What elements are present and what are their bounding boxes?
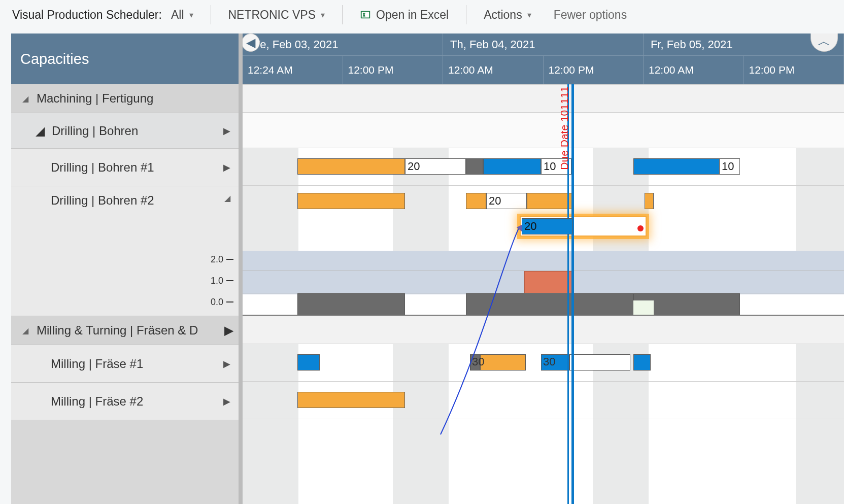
toolbar: Visual Production Scheduler: All ▾ NETRO… xyxy=(0,0,844,33)
hour-header: 12:00 PM xyxy=(744,56,845,84)
task-label: 30 xyxy=(543,355,555,368)
group-label: Milling & Turning | Fräsen & D xyxy=(37,323,217,338)
collapse-icon: ◢ xyxy=(224,193,230,208)
load-bar xyxy=(297,293,405,316)
separator xyxy=(466,5,466,24)
timeline-body: .vline-blue{left:650px;} Due Date 101111… xyxy=(243,84,844,504)
task-bar[interactable] xyxy=(297,193,405,209)
collapse-icon: ◢ xyxy=(36,124,45,138)
open-excel-label: Open in Excel xyxy=(376,8,449,22)
sidebar: Capacities ◢ Machining | Fertigung ◢ Dri… xyxy=(11,33,239,504)
main: Capacities ◢ Machining | Fertigung ◢ Dri… xyxy=(0,33,844,504)
lane-drilling-group xyxy=(243,113,844,148)
product-label: NETRONIC VPS xyxy=(228,8,316,22)
group-machining[interactable]: ◢ Machining | Fertigung xyxy=(11,84,239,113)
filter-label: All xyxy=(171,8,184,22)
excel-icon xyxy=(360,9,371,20)
task-bar[interactable] xyxy=(297,158,405,175)
day-header: Th, Feb 04, 2021 xyxy=(443,33,644,55)
load-bar xyxy=(633,300,654,316)
lane-milling-2[interactable] xyxy=(243,382,844,419)
axis-tick: 0.0 xyxy=(211,292,223,312)
hour-header: 12:00 AM xyxy=(644,56,744,84)
chevron-right-icon: ▶ xyxy=(224,323,233,338)
chevron-right-icon: ▶ xyxy=(223,162,230,173)
timeline-header: We, Feb 03, 2021 Th, Feb 04, 2021 Fr, Fe… xyxy=(243,33,844,84)
lane-spacer xyxy=(243,84,844,113)
row-milling-1[interactable]: Milling | Fräse #1 ▶ xyxy=(11,345,239,383)
group-milling[interactable]: ◢ Milling & Turning | Fräsen & D ▶ xyxy=(11,316,239,345)
task-label: 20 xyxy=(408,160,420,173)
due-date-label: Due Date 101111 xyxy=(558,86,570,170)
svg-rect-1 xyxy=(362,12,369,18)
axis-tick: 2.0 xyxy=(211,249,223,270)
lane-milling-1[interactable]: 30 30 xyxy=(243,344,844,382)
row-drilling-1[interactable]: Drilling | Bohren #1 ▶ xyxy=(11,149,239,186)
task-bar[interactable]: 20 xyxy=(405,158,466,175)
task-label: 10 xyxy=(544,160,556,173)
row-drilling-2[interactable]: Drilling | Bohren #2 ◢ 2.0 1.0 0.0 xyxy=(11,186,239,316)
separator xyxy=(211,5,211,24)
axis-tick: 1.0 xyxy=(211,271,223,291)
timeline[interactable]: ◀ ︿ We, Feb 03, 2021 Th, Feb 04, 2021 Fr… xyxy=(239,33,844,504)
fewer-options[interactable]: Fewer options xyxy=(554,8,627,22)
task-bar[interactable] xyxy=(569,354,630,371)
row-label: Milling | Fräse #2 xyxy=(51,394,143,409)
row-milling-2[interactable]: Milling | Fräse #2 ▶ xyxy=(11,383,239,420)
sidebar-header: Capacities xyxy=(11,33,239,84)
task-bar[interactable]: 10 xyxy=(720,158,740,175)
open-in-excel[interactable]: Open in Excel xyxy=(360,8,449,22)
row-label: Milling | Fräse #1 xyxy=(51,357,143,371)
task-bar[interactable] xyxy=(483,158,541,175)
row-label: Drilling | Bohren #2 xyxy=(51,193,154,208)
chevron-down-icon: ▾ xyxy=(321,10,325,20)
task-bar[interactable] xyxy=(633,354,651,371)
task-bar[interactable] xyxy=(466,158,483,175)
task-bar[interactable] xyxy=(527,193,572,209)
task-bar[interactable] xyxy=(480,354,526,371)
task-label: 20 xyxy=(489,194,501,208)
capacity-axis: 2.0 1.0 0.0 xyxy=(211,249,233,313)
chevron-right-icon: ▶ xyxy=(223,396,230,407)
chevron-down-icon: ▾ xyxy=(189,10,193,20)
row-drilling[interactable]: ◢ Drilling | Bohren ▶ xyxy=(11,113,239,149)
fewer-label: Fewer options xyxy=(554,8,627,22)
chevron-right-icon: ▶ xyxy=(223,125,230,137)
row-label: Drilling | Bohren xyxy=(52,124,138,138)
task-bar[interactable]: 20 xyxy=(486,193,527,209)
task-label: 10 xyxy=(722,160,734,173)
due-date-line xyxy=(571,84,573,504)
lane-drilling-1[interactable]: 20 10 10 xyxy=(243,148,844,186)
actions-label: Actions xyxy=(484,8,522,22)
chevron-down-icon: ▾ xyxy=(527,10,531,20)
load-bar xyxy=(466,293,649,316)
row-label: Drilling | Bohren #1 xyxy=(51,160,154,175)
hour-header: 12:00 AM xyxy=(443,56,544,84)
collapse-icon: ◢ xyxy=(22,94,28,104)
lane-milling-group xyxy=(243,316,844,344)
actions-menu[interactable]: Actions ▾ xyxy=(484,8,531,22)
chevron-right-icon: ▶ xyxy=(223,358,230,369)
task-bar[interactable] xyxy=(297,392,405,408)
hour-header: 12:00 PM xyxy=(544,56,644,84)
filter-all[interactable]: All ▾ xyxy=(171,8,193,22)
task-bar-selected[interactable]: 20 xyxy=(522,218,572,234)
task-bar[interactable] xyxy=(297,354,320,371)
task-bar[interactable] xyxy=(633,158,720,175)
conflict-dot-icon xyxy=(637,225,644,231)
day-header: We, Feb 03, 2021 xyxy=(243,33,443,55)
hour-header: 12:00 PM xyxy=(343,56,444,84)
task-bar[interactable] xyxy=(645,193,654,209)
task-label: 20 xyxy=(524,220,536,233)
product-menu[interactable]: NETRONIC VPS ▾ xyxy=(228,8,325,22)
group-label: Machining | Fertigung xyxy=(37,91,153,106)
separator xyxy=(342,5,343,24)
lane-drilling-2[interactable]: 20 20 xyxy=(243,186,844,316)
task-label: 30 xyxy=(472,355,484,368)
collapse-icon: ◢ xyxy=(22,326,28,335)
app-title: Visual Production Scheduler: xyxy=(12,8,162,22)
capacity-chart xyxy=(243,251,844,316)
hour-header: 12:24 AM xyxy=(243,56,343,84)
scroll-left-button[interactable]: ◀ xyxy=(242,33,260,52)
task-bar[interactable] xyxy=(466,193,486,209)
